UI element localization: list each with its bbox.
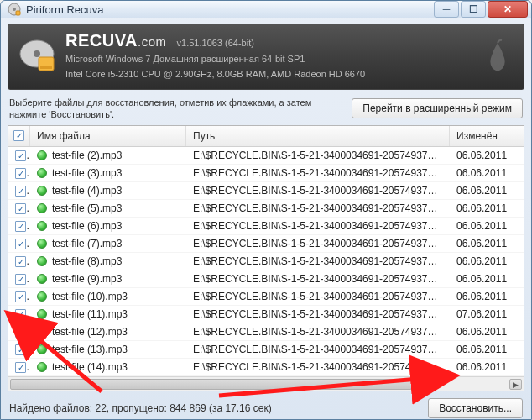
file-date-cell: 06.06.2011	[450, 150, 524, 161]
file-name-cell: test-file (5).mp3	[30, 202, 186, 214]
row-checkbox[interactable]: ✓	[8, 273, 30, 285]
table-row[interactable]: ✓test-file (14).mp3E:\$RECYCLE.BIN\S-1-5…	[8, 359, 524, 376]
file-date-cell: 06.06.2011	[450, 361, 524, 373]
table-body: ✓test-file (2).mp3E:\$RECYCLE.BIN\S-1-5-…	[8, 147, 524, 376]
brand-version: v1.51.1063 (64-bit)	[177, 38, 254, 48]
table-row[interactable]: ✓test-file (10).mp3E:\$RECYCLE.BIN\S-1-5…	[8, 288, 524, 306]
row-checkbox[interactable]: ✓	[8, 291, 30, 302]
titlebar[interactable]: Piriform Recuva ─ ☐ ✕	[1, 1, 531, 18]
row-checkbox[interactable]: ✓	[8, 308, 30, 320]
file-name-cell: test-file (10).mp3	[30, 291, 186, 302]
svg-point-4	[34, 50, 40, 57]
table-row[interactable]: ✓test-file (3).mp3E:\$RECYCLE.BIN\S-1-5-…	[8, 165, 524, 182]
row-checkbox[interactable]: ✓	[8, 220, 30, 232]
table-row[interactable]: ✓test-file (7).mp3E:\$RECYCLE.BIN\S-1-5-…	[8, 235, 524, 253]
table-row[interactable]: ✓test-file (4).mp3E:\$RECYCLE.BIN\S-1-5-…	[8, 182, 524, 200]
scrollbar-right-arrow-icon[interactable]: ▶	[509, 379, 522, 390]
file-name: test-file (9).mp3	[52, 273, 122, 285]
app-window: Piriform Recuva ─ ☐ ✕ RECUVA.com	[0, 0, 532, 420]
table-row[interactable]: ✓test-file (8).mp3E:\$RECYCLE.BIN\S-1-5-…	[8, 253, 524, 270]
file-path-cell: E:\$RECYCLE.BIN\S-1-5-21-3400034691-2057…	[186, 202, 450, 214]
status-text: Найдено файлов: 22, пропущено: 844 869 (…	[9, 402, 272, 414]
status-dot-icon	[37, 256, 47, 266]
column-path[interactable]: Путь	[186, 126, 450, 146]
file-name: test-file (2).mp3	[52, 150, 122, 161]
content-area: RECUVA.com v1.51.1063 (64-bit) Microsoft…	[1, 18, 531, 420]
maximize-button[interactable]: ☐	[461, 1, 486, 18]
table-row[interactable]: ✓test-file (5).mp3E:\$RECYCLE.BIN\S-1-5-…	[8, 200, 524, 218]
file-name-cell: test-file (9).mp3	[30, 273, 186, 285]
table-row[interactable]: ✓test-file (12).mp3E:\$RECYCLE.BIN\S-1-5…	[8, 323, 524, 341]
file-date-cell: 06.06.2011	[450, 344, 524, 355]
file-path-cell: E:\$RECYCLE.BIN\S-1-5-21-3400034691-2057…	[186, 308, 450, 320]
status-dot-icon	[37, 309, 47, 319]
file-name: test-file (7).mp3	[52, 238, 122, 249]
status-dot-icon	[37, 203, 47, 213]
file-path-cell: E:\$RECYCLE.BIN\S-1-5-21-3400034691-2057…	[186, 255, 450, 267]
table-row[interactable]: ✓test-file (13).mp3E:\$RECYCLE.BIN\S-1-5…	[8, 341, 524, 359]
svg-rect-2	[16, 11, 20, 15]
file-path-cell: E:\$RECYCLE.BIN\S-1-5-21-3400034691-2057…	[186, 344, 450, 355]
file-path-cell: E:\$RECYCLE.BIN\S-1-5-21-3400034691-2057…	[186, 185, 450, 197]
table-row[interactable]: ✓test-file (2).mp3E:\$RECYCLE.BIN\S-1-5-…	[8, 147, 524, 165]
row-checkbox[interactable]: ✓	[8, 150, 30, 161]
close-button[interactable]: ✕	[488, 1, 528, 18]
table-row[interactable]: ✓test-file (11).mp3E:\$RECYCLE.BIN\S-1-5…	[8, 306, 524, 323]
status-dot-icon	[37, 221, 47, 231]
file-name-cell: test-file (2).mp3	[30, 150, 186, 161]
brand-name: RECUVA.com	[65, 31, 172, 50]
file-path-cell: E:\$RECYCLE.BIN\S-1-5-21-3400034691-2057…	[186, 220, 450, 232]
hdd-icon	[17, 35, 57, 76]
file-name: test-file (8).mp3	[52, 255, 122, 267]
brand-block: RECUVA.com v1.51.1063 (64-bit) Microsoft…	[65, 31, 482, 81]
file-name: test-file (10).mp3	[52, 291, 128, 302]
file-name-cell: test-file (4).mp3	[30, 185, 186, 197]
status-dot-icon	[37, 150, 47, 160]
file-path-cell: E:\$RECYCLE.BIN\S-1-5-21-3400034691-2057…	[186, 273, 450, 285]
status-dot-icon	[37, 186, 47, 196]
file-path-cell: E:\$RECYCLE.BIN\S-1-5-21-3400034691-2057…	[186, 167, 450, 179]
file-name: test-file (12).mp3	[52, 326, 128, 338]
row-checkbox[interactable]: ✓	[8, 167, 30, 179]
file-name-cell: test-file (12).mp3	[30, 326, 186, 338]
file-name-cell: test-file (3).mp3	[30, 167, 186, 179]
row-checkbox[interactable]: ✓	[8, 185, 30, 197]
horizontal-scrollbar[interactable]: ▶	[8, 376, 524, 391]
row-checkbox[interactable]: ✓	[8, 326, 30, 338]
file-name: test-file (5).mp3	[52, 202, 122, 214]
file-name-cell: test-file (8).mp3	[30, 255, 186, 267]
sys-line-1: Microsoft Windows 7 Домашняя расширенная…	[65, 53, 482, 66]
row-checkbox[interactable]: ✓	[8, 238, 30, 249]
file-date-cell: 06.06.2011	[450, 273, 524, 285]
row-checkbox[interactable]: ✓	[8, 202, 30, 214]
row-checkbox[interactable]: ✓	[8, 255, 30, 267]
table-row[interactable]: ✓test-file (9).mp3E:\$RECYCLE.BIN\S-1-5-…	[8, 270, 524, 288]
file-path-cell: E:\$RECYCLE.BIN\S-1-5-21-3400034691-2057…	[186, 361, 450, 373]
advanced-mode-button[interactable]: Перейти в расширенный режим	[352, 98, 523, 118]
select-all-checkbox[interactable]: ✓	[8, 126, 30, 146]
scrollbar-thumb[interactable]	[10, 379, 412, 390]
row-checkbox[interactable]: ✓	[8, 361, 30, 373]
window-title: Piriform Recuva	[26, 3, 434, 16]
file-name-cell: test-file (7).mp3	[30, 238, 186, 249]
minimize-button[interactable]: ─	[434, 1, 459, 18]
status-dot-icon	[37, 291, 47, 302]
recover-button[interactable]: Восстановить...	[428, 398, 523, 418]
table-row[interactable]: ✓test-file (6).mp3E:\$RECYCLE.BIN\S-1-5-…	[8, 218, 524, 235]
file-path-cell: E:\$RECYCLE.BIN\S-1-5-21-3400034691-2057…	[186, 291, 450, 302]
instruction-text: Выберите файлы для восстановления, отмет…	[9, 97, 328, 121]
status-dot-icon	[37, 344, 47, 354]
row-checkbox[interactable]: ✓	[8, 344, 30, 355]
column-name[interactable]: Имя файла	[30, 126, 186, 146]
file-date-cell: 06.06.2011	[450, 238, 524, 249]
column-date[interactable]: Изменён	[450, 126, 524, 146]
file-date-cell: 06.06.2011	[450, 202, 524, 214]
file-name: test-file (13).mp3	[52, 344, 128, 355]
file-path-cell: E:\$RECYCLE.BIN\S-1-5-21-3400034691-2057…	[186, 326, 450, 338]
file-date-cell: 06.06.2011	[450, 255, 524, 267]
status-dot-icon	[37, 168, 47, 178]
file-name-cell: test-file (6).mp3	[30, 220, 186, 232]
status-dot-icon	[37, 274, 47, 284]
status-dot-icon	[37, 327, 47, 337]
file-name-cell: test-file (14).mp3	[30, 361, 186, 373]
